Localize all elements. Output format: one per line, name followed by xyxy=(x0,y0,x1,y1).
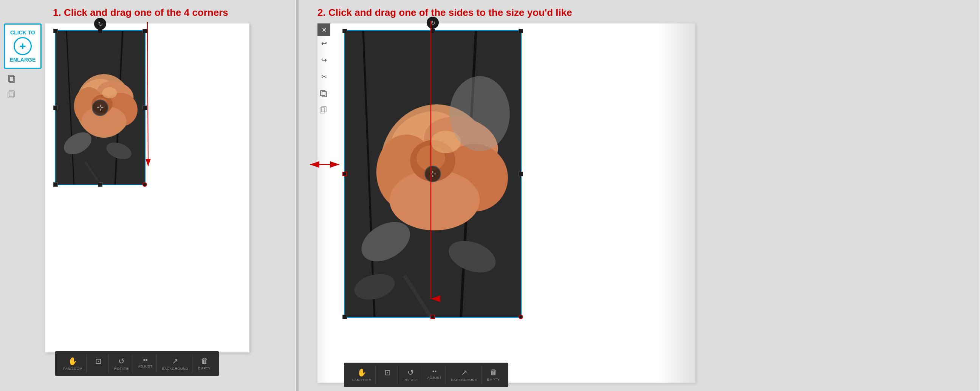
left-panel: 1. Click and drag one of the 4 corners C… xyxy=(0,0,295,391)
right-panel: 2. Click and drag one of the sides to th… xyxy=(299,0,979,391)
side-arrows xyxy=(299,0,979,391)
corner-arrow xyxy=(0,0,295,391)
svg-line-20 xyxy=(147,22,148,166)
